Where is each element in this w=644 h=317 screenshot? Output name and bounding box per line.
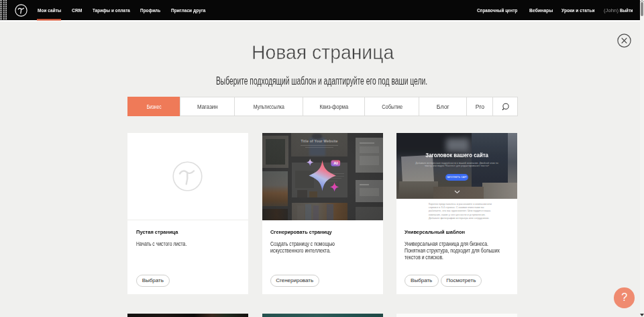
svg-text:AI: AI xyxy=(333,161,337,165)
